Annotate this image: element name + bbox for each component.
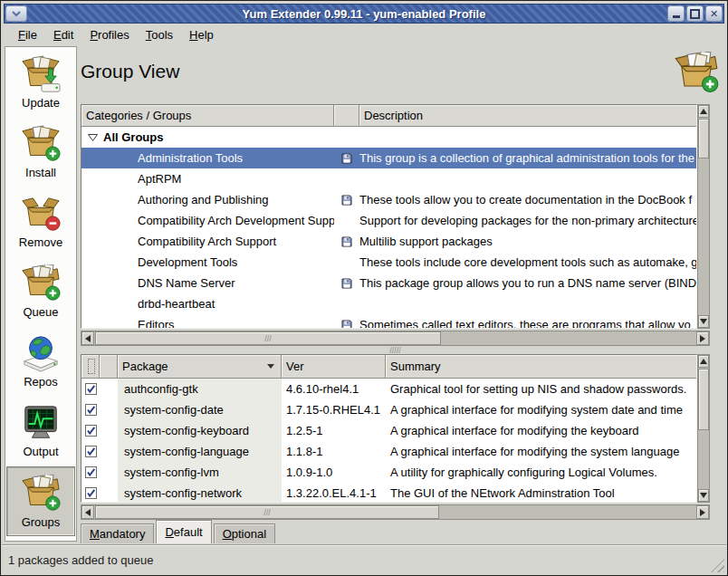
menu-file[interactable]: File: [10, 26, 45, 43]
package-name: authconfig-gtk: [118, 379, 282, 399]
scroll-up-button[interactable]: [698, 355, 709, 368]
maximize-button[interactable]: [686, 5, 704, 22]
group-table-vscrollbar[interactable]: [697, 104, 710, 329]
package-row[interactable]: system-config-date 1.7.15-0.RHEL4.1 A gr…: [81, 399, 696, 420]
tab-default[interactable]: Default: [156, 520, 211, 543]
column-header-package[interactable]: Package: [118, 355, 282, 379]
pane-splitter[interactable]: /////: [81, 347, 710, 353]
group-row[interactable]: AptRPM: [81, 168, 696, 189]
package-name: system-config-date: [118, 399, 282, 420]
package-table-hscrollbar[interactable]: ///: [81, 504, 710, 520]
package-row[interactable]: system-config-network 1.3.22.0.EL.4.1-1 …: [81, 483, 696, 503]
sidebar-item-update[interactable]: Update: [5, 47, 76, 117]
group-row[interactable]: All Groups: [81, 127, 696, 148]
close-button[interactable]: ✕: [705, 5, 723, 22]
package-table-vscrollbar[interactable]: [697, 354, 710, 503]
menu-profiles[interactable]: Profiles: [81, 26, 137, 43]
scroll-right-button[interactable]: [696, 505, 709, 519]
package-checkbox[interactable]: [85, 466, 97, 478]
package-row[interactable]: system-config-lvm 1.0.9-1.0 A utility fo…: [81, 462, 696, 483]
scroll-left-button[interactable]: [81, 331, 94, 345]
group-row[interactable]: drbd-heartbeat: [81, 293, 696, 314]
install-box-icon: [19, 125, 62, 165]
group-row[interactable]: Editors Sometimes called text editors, t…: [81, 314, 696, 329]
package-row[interactable]: system-config-language 1.1.8-1 A graphic…: [81, 441, 696, 462]
group-label: Editors: [103, 314, 174, 329]
group-label: Administration Tools: [103, 148, 243, 168]
group-row[interactable]: Compatibility Arch Development Support S…: [81, 210, 696, 231]
group-description: [359, 168, 696, 189]
group-row[interactable]: Development Tools These tools include co…: [81, 252, 696, 273]
sidebar-item-install[interactable]: Install: [5, 117, 76, 187]
menu-label: Help: [189, 28, 214, 42]
tab-optional[interactable]: Optional: [214, 523, 275, 543]
tab-mandatory[interactable]: Mandatory: [81, 523, 154, 543]
group-label: Authoring and Publishing: [103, 189, 269, 210]
column-header-categories-groups[interactable]: Categories / Groups: [81, 105, 334, 127]
scroll-up-button[interactable]: [698, 105, 709, 118]
package-summary: A utility for graphically configuring Lo…: [386, 462, 696, 483]
package-checkbox[interactable]: [85, 383, 97, 395]
sidebar-item-groups[interactable]: Groups: [6, 466, 75, 536]
menu-tools[interactable]: Tools: [138, 26, 181, 43]
arrow-left-icon: [81, 335, 91, 342]
tab-label: Default: [165, 525, 202, 539]
window-menu-button[interactable]: [5, 5, 27, 22]
sidebar-item-output[interactable]: Output: [5, 396, 76, 466]
group-description: [359, 293, 696, 314]
group-table-hscrollbar[interactable]: ///: [81, 331, 710, 346]
sidebar-item-remove[interactable]: Remove: [5, 187, 76, 256]
scroll-thumb[interactable]: [698, 119, 709, 158]
sidebar-item-repos[interactable]: Repos: [5, 326, 76, 396]
scroll-down-button[interactable]: [698, 489, 709, 502]
group-label: Compatibility Arch Development Support: [103, 210, 334, 231]
installed-floppy-icon: [334, 314, 359, 329]
package-name: system-config-lvm: [118, 462, 282, 483]
group-label: drbd-heartbeat: [103, 293, 215, 314]
column-header-description[interactable]: Description: [359, 105, 696, 127]
group-description: These tools allow you to create document…: [359, 189, 696, 210]
package-checkbox[interactable]: [85, 404, 97, 416]
window-title: Yum Extender 0.99.11 - yum-enabled Profi…: [5, 7, 723, 21]
sidebar: Update Install Remove Queue Repos Output…: [5, 46, 77, 542]
package-checkbox[interactable]: [85, 446, 97, 457]
package-version: 4.6.10-rhel4.1: [282, 379, 386, 399]
column-header-ver[interactable]: Ver: [282, 355, 386, 379]
package-checkbox[interactable]: [85, 487, 97, 499]
sidebar-item-label: Repos: [24, 375, 58, 389]
titlebar[interactable]: Yum Extender 0.99.11 - yum-enabled Profi…: [4, 4, 724, 24]
maximize-icon: [690, 9, 700, 19]
column-header-spare[interactable]: [100, 355, 118, 379]
scroll-down-button[interactable]: [698, 315, 709, 328]
minimize-button[interactable]: [667, 5, 685, 22]
package-row[interactable]: authconfig-gtk 4.6.10-rhel4.1 Graphical …: [81, 379, 696, 399]
groups-box-icon: [673, 52, 720, 97]
expander-open-icon[interactable]: [81, 134, 103, 141]
scroll-left-button[interactable]: [81, 505, 94, 519]
group-row[interactable]: DNS Name Server This package group allow…: [81, 273, 696, 293]
output-monitor-icon: [19, 404, 62, 444]
arrow-left-icon: [81, 509, 91, 516]
group-row[interactable]: Administration Tools This group is a col…: [81, 148, 696, 168]
package-version: 1.1.8-1: [282, 441, 386, 462]
menu-edit[interactable]: Edit: [45, 26, 81, 43]
repos-globe-icon: [19, 334, 62, 374]
sidebar-item-queue[interactable]: Queue: [5, 256, 76, 326]
column-header-installed-flag[interactable]: [334, 105, 359, 127]
scroll-thumb[interactable]: ///: [95, 505, 439, 519]
scroll-thumb[interactable]: [698, 369, 709, 430]
package-checkbox[interactable]: [85, 425, 97, 437]
scroll-thumb[interactable]: ///: [95, 331, 441, 345]
group-row[interactable]: Compatibility Arch Support Multilib supp…: [81, 231, 696, 252]
column-header-checkbox[interactable]: [81, 355, 100, 379]
group-label: Compatibility Arch Support: [103, 231, 276, 252]
scroll-right-button[interactable]: [696, 331, 709, 345]
package-row[interactable]: system-config-keyboard 1.2.5-1 A graphic…: [81, 420, 696, 441]
sidebar-item-label: Groups: [22, 515, 61, 529]
resize-grip[interactable]: [711, 559, 724, 572]
menu-label: File: [18, 28, 37, 42]
column-header-summary[interactable]: Summary: [386, 355, 696, 379]
menu-help[interactable]: Help: [181, 26, 222, 43]
group-row[interactable]: Authoring and Publishing These tools all…: [81, 189, 696, 210]
page-title: Group View: [81, 61, 179, 82]
